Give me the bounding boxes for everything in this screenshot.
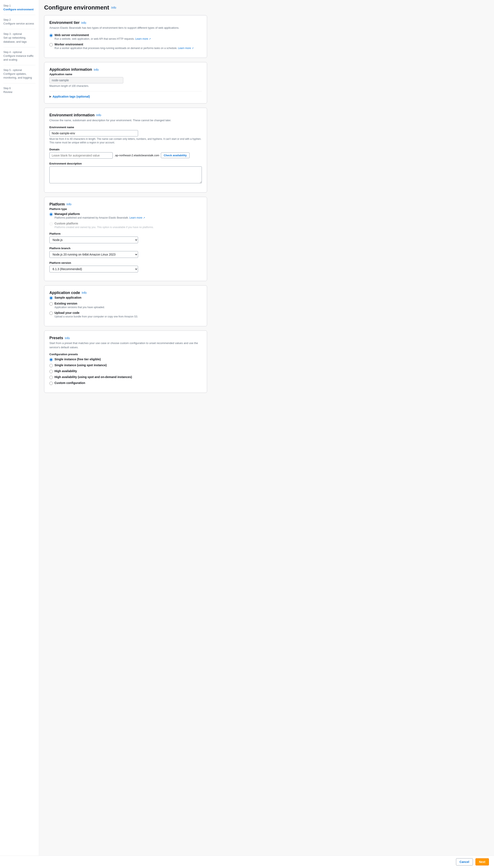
platform-version-group: Platform version 6.1.3 (Recommended) [50, 261, 202, 272]
cancel-button[interactable]: Cancel [456, 858, 473, 866]
worker-label[interactable]: Worker environment [55, 43, 83, 46]
web-server-option[interactable]: Web server environment Run a website, we… [50, 33, 202, 41]
custom-platform-desc: Platforms created and owned by you. This… [55, 226, 154, 229]
footer: Cancel Next [0, 855, 494, 868]
custom-platform-option: Custom platform Platforms created and ow… [50, 222, 202, 229]
app-name-label: Application name [50, 73, 202, 76]
preset-custom-label[interactable]: Custom configuration [55, 381, 85, 384]
worker-learn-more[interactable]: Learn more ↗ [178, 47, 194, 50]
preset-high-avail-spot-radio[interactable] [50, 376, 53, 379]
managed-platform-label[interactable]: Managed platform [55, 212, 80, 215]
managed-platform-option[interactable]: Managed platform Platforms published and… [50, 212, 202, 220]
step6-title: Review [3, 90, 36, 94]
sidebar-step-4[interactable]: Step 4 - optional Configure instance tra… [3, 51, 36, 65]
web-server-label[interactable]: Web server environment [55, 33, 89, 37]
sidebar-step-2[interactable]: Step 2 Configure service access [3, 18, 36, 29]
worker-option[interactable]: Worker environment Run a worker applicat… [50, 43, 202, 50]
step2-title: Configure service access [3, 22, 36, 25]
step1-title: Configure environment [3, 7, 36, 12]
env-tier-description: Amazon Elastic Beanstalk has two types o… [50, 26, 202, 30]
preset-custom-radio[interactable] [50, 382, 53, 385]
platform-card: Platform Info Platform type Managed plat… [44, 197, 207, 281]
application-info-card: Application information Info Application… [44, 62, 207, 103]
web-server-radio[interactable] [50, 34, 53, 37]
upload-code-label[interactable]: Upload your code [55, 311, 79, 315]
env-desc-label: Environment description [50, 162, 202, 165]
managed-platform-radio[interactable] [50, 213, 53, 216]
platform-branch-label: Platform branch [50, 247, 202, 250]
preset-single-spot-radio[interactable] [50, 364, 53, 367]
preset-high-avail-spot[interactable]: High availability (using spot and on-dem… [50, 375, 202, 379]
sample-app-label[interactable]: Sample application [55, 296, 81, 299]
upload-code-radio[interactable] [50, 312, 53, 315]
web-server-learn-more[interactable]: Learn more ↗ [135, 37, 151, 40]
presets-card: Presets Info Start from a preset that ma… [44, 331, 207, 393]
existing-version-label[interactable]: Existing version [55, 302, 77, 305]
app-code-info-link[interactable]: Info [82, 291, 87, 295]
step5-label: Step 5 - optional [3, 69, 36, 72]
step4-title: Configure instance traffic and scaling [3, 54, 36, 62]
preset-custom[interactable]: Custom configuration [50, 381, 202, 385]
env-name-label: Environment name [50, 126, 202, 129]
sidebar-step-1[interactable]: Step 1 Configure environment [3, 4, 36, 15]
platform-select-label: Platform [50, 232, 202, 235]
sample-app-radio[interactable] [50, 296, 53, 300]
env-name-input[interactable] [50, 130, 138, 136]
app-code-options: Sample application Existing version Appl… [50, 296, 202, 319]
preset-high-avail-label[interactable]: High availability [55, 370, 77, 373]
app-tags-collapsible[interactable]: ▶ Application tags (optional) [50, 95, 202, 98]
external-link-icon: ↗ [149, 38, 151, 40]
domain-input[interactable] [50, 152, 113, 158]
sample-app-option[interactable]: Sample application [50, 296, 202, 300]
worker-desc: Run a worker application that processes … [55, 46, 194, 50]
managed-learn-more[interactable]: Learn more ↗ [129, 216, 145, 219]
worker-radio[interactable] [50, 43, 53, 46]
main-content: Configure environment Info Environment t… [39, 0, 212, 868]
existing-version-radio[interactable] [50, 302, 53, 306]
env-tier-info-link[interactable]: Info [81, 21, 86, 24]
env-name-hint: Must be from 4 to 40 characters in lengt… [50, 137, 202, 145]
platform-type-label: Platform type [50, 207, 202, 211]
preset-high-avail-spot-label[interactable]: High availability (using spot and on-dem… [55, 375, 132, 379]
preset-high-avail-radio[interactable] [50, 370, 53, 373]
presets-info-link[interactable]: Info [65, 336, 70, 340]
existing-version-option[interactable]: Existing version Application versions th… [50, 302, 202, 309]
app-name-hint: Maximum length of 100 characters. [50, 84, 202, 88]
check-availability-button[interactable]: Check availability [161, 152, 189, 158]
platform-branch-select[interactable]: Node.js 20 running on 64bit Amazon Linux… [50, 251, 138, 258]
preset-high-avail[interactable]: High availability [50, 370, 202, 373]
env-info-title: Environment information Info [50, 113, 202, 117]
platform-version-label: Platform version [50, 261, 202, 264]
app-name-field-group: Application name node-sample Maximum len… [50, 73, 202, 88]
preset-single-free-label[interactable]: Single instance (free tier eligible) [55, 358, 101, 361]
platform-select-group: Platform Node.js [50, 232, 202, 243]
platform-select[interactable]: Node.js [50, 237, 138, 243]
env-info-info-link[interactable]: Info [96, 113, 101, 117]
env-info-description: Choose the name, subdomain and descripti… [50, 118, 202, 122]
sidebar-step-3[interactable]: Step 3 - optional Set up networking, dat… [3, 33, 36, 47]
presets-options: Single instance (free tier eligible) Sin… [50, 358, 202, 385]
env-tier-options: Web server environment Run a website, we… [50, 33, 202, 50]
upload-code-option[interactable]: Upload your code Upload a source bundle … [50, 311, 202, 319]
step3-label: Step 3 - optional [3, 33, 36, 36]
platform-title: Platform Info [50, 202, 202, 207]
existing-version-desc: Application versions that you have uploa… [55, 306, 105, 309]
sidebar-step-6[interactable]: Step 6 Review [3, 87, 36, 97]
preset-single-spot-label[interactable]: Single instance (using spot instance) [55, 363, 107, 367]
app-info-title: Application information Info [50, 68, 202, 72]
sidebar-step-5[interactable]: Step 5 - optional Configure updates, mon… [3, 69, 36, 83]
platform-version-select[interactable]: 6.1.3 (Recommended) [50, 266, 138, 272]
env-desc-textarea[interactable] [50, 166, 202, 183]
preset-single-free[interactable]: Single instance (free tier eligible) [50, 358, 202, 361]
custom-platform-label: Custom platform [55, 222, 78, 225]
preset-single-free-radio[interactable] [50, 358, 53, 361]
platform-info-link[interactable]: Info [66, 203, 71, 206]
step2-label: Step 2 [3, 18, 36, 21]
platform-branch-group: Platform branch Node.js 20 running on 64… [50, 247, 202, 258]
preset-single-spot[interactable]: Single instance (using spot instance) [50, 363, 202, 367]
managed-platform-desc: Platforms published and maintained by Am… [55, 216, 145, 220]
app-info-info-link[interactable]: Info [94, 68, 99, 71]
next-button[interactable]: Next [475, 858, 489, 866]
step6-label: Step 6 [3, 87, 36, 90]
page-info-link[interactable]: Info [111, 6, 116, 9]
